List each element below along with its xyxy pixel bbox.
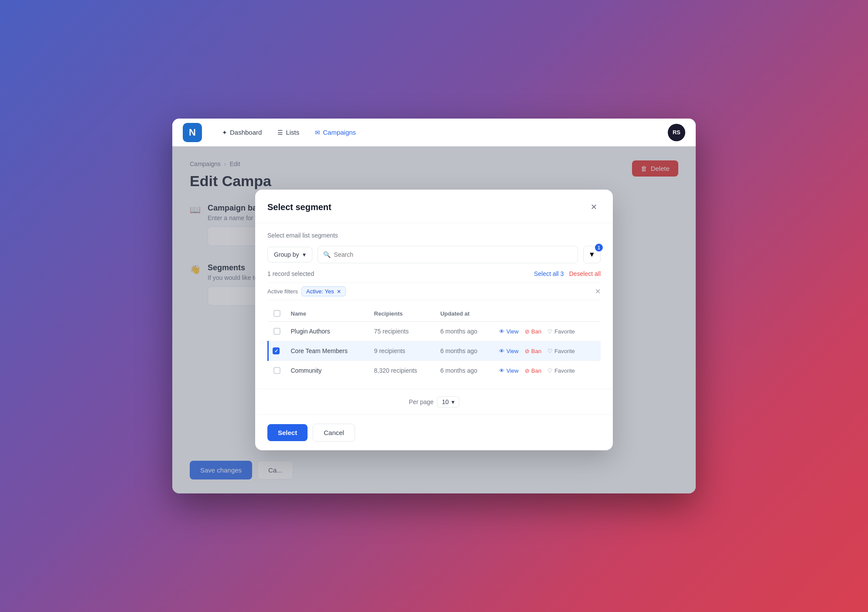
search-input[interactable]	[334, 251, 572, 258]
nav-campaigns[interactable]: ✉ Campaigns	[309, 125, 362, 139]
filter-icon: ▼	[588, 251, 595, 258]
row-checkbox[interactable]	[273, 347, 280, 354]
eye-icon: 👁	[499, 348, 505, 354]
row-view-action[interactable]: 👁 View	[499, 328, 519, 335]
row-ban-action[interactable]: ⊘ Ban	[525, 348, 541, 354]
modal-toolbar: Group by ▾ 🔍 ▼ 1	[267, 246, 601, 263]
th-actions	[494, 306, 601, 322]
row-ban-action[interactable]: ⊘ Ban	[525, 328, 541, 335]
eye-icon: 👁	[499, 367, 505, 374]
selection-count: 1 record selected	[267, 270, 314, 277]
modal-actions: Select Cancel	[255, 415, 613, 450]
modal: Select segment ✕ Select email list segme…	[255, 190, 613, 450]
row-name: Community	[286, 361, 369, 381]
ban-icon: ⊘	[525, 328, 530, 335]
modal-overlay: Select segment ✕ Select email list segme…	[172, 146, 696, 493]
per-page-label: Per page	[409, 398, 434, 405]
clear-filters-button[interactable]: ✕	[595, 287, 601, 296]
select-button[interactable]: Select	[267, 424, 308, 441]
modal-header: Select segment ✕	[255, 190, 613, 223]
table-header-row: Name Recipients Updated at	[268, 306, 601, 322]
deselect-all-link[interactable]: Deselect all	[569, 270, 601, 277]
ban-icon: ⊘	[525, 367, 530, 374]
filter-button[interactable]: ▼ 1	[583, 246, 601, 263]
row-name: Plugin Authors	[286, 322, 369, 341]
main-content: Campaigns › Edit Edit Campa 🗑 Delete 📖 C…	[172, 146, 696, 493]
nav-dashboard[interactable]: ✦ Dashboard	[216, 125, 268, 139]
selection-bar: 1 record selected Select all 3 Deselect …	[267, 270, 601, 277]
row-view-action[interactable]: 👁 View	[499, 367, 519, 374]
selection-actions: Select all 3 Deselect all	[534, 270, 601, 277]
th-recipients: Recipients	[369, 306, 435, 322]
filter-badge: 1	[595, 244, 603, 252]
row-ban-action[interactable]: ⊘ Ban	[525, 367, 541, 374]
th-checkbox	[268, 306, 286, 322]
chevron-down-icon: ▾	[303, 251, 306, 258]
dashboard-icon: ✦	[222, 129, 227, 136]
select-all-link[interactable]: Select all 3	[534, 270, 564, 277]
row-updated-at: 6 months ago	[435, 341, 494, 361]
row-actions: 👁 View ⊘ Ban ♡ Favorite	[499, 348, 595, 354]
row-name: Core Team Members	[286, 341, 369, 361]
modal-body: Select email list segments Group by ▾ 🔍	[255, 223, 613, 389]
per-page-select[interactable]: 10 ▾	[437, 396, 459, 408]
filter-tag-close[interactable]: ✕	[337, 289, 341, 295]
table-row: Core Team Members9 recipients6 months ag…	[268, 341, 601, 361]
group-by-button[interactable]: Group by ▾	[267, 247, 312, 262]
filter-tag-text: Active: Yes	[306, 288, 334, 295]
active-filters-label: Active filters	[267, 288, 298, 295]
nav-links: ✦ Dashboard ☰ Lists ✉ Campaigns	[216, 125, 654, 139]
table-row: Plugin Authors75 recipients6 months ago …	[268, 322, 601, 341]
search-box[interactable]: 🔍	[318, 246, 578, 263]
nav-lists[interactable]: ☰ Lists	[271, 125, 305, 139]
row-actions: 👁 View ⊘ Ban ♡ Favorite	[499, 328, 595, 335]
app-window: N ✦ Dashboard ☰ Lists ✉ Campaigns RS Cam…	[172, 119, 696, 493]
row-favorite-action[interactable]: ♡ Favorite	[547, 348, 575, 354]
heart-icon: ♡	[547, 328, 553, 335]
active-filters-row: Active filters Active: Yes ✕ ✕	[267, 282, 601, 300]
th-updated-at: Updated at	[435, 306, 494, 322]
per-page-control: Per page 10 ▾	[409, 396, 459, 408]
row-actions: 👁 View ⊘ Ban ♡ Favorite	[499, 367, 595, 374]
table-row: Community8,320 recipients6 months ago 👁 …	[268, 361, 601, 381]
filter-tag-active: Active: Yes ✕	[301, 286, 346, 296]
lists-icon: ☰	[277, 129, 283, 136]
row-checkbox[interactable]	[273, 328, 280, 335]
modal-title: Select segment	[267, 202, 331, 212]
ban-icon: ⊘	[525, 348, 530, 354]
row-checkbox[interactable]	[273, 367, 280, 374]
row-updated-at: 6 months ago	[435, 361, 494, 381]
segment-table: Name Recipients Updated at Plugin Author…	[267, 306, 601, 380]
chevron-down-icon: ▾	[451, 398, 455, 405]
app-logo[interactable]: N	[183, 123, 202, 142]
campaigns-icon: ✉	[315, 129, 320, 136]
top-nav: N ✦ Dashboard ☰ Lists ✉ Campaigns RS	[172, 119, 696, 146]
row-updated-at: 6 months ago	[435, 322, 494, 341]
search-icon: 🔍	[323, 251, 331, 258]
cancel-button[interactable]: Cancel	[313, 424, 355, 442]
row-favorite-action[interactable]: ♡ Favorite	[547, 328, 575, 335]
modal-subtitle: Select email list segments	[267, 232, 601, 239]
row-recipients: 8,320 recipients	[369, 361, 435, 381]
row-view-action[interactable]: 👁 View	[499, 348, 519, 354]
row-favorite-action[interactable]: ♡ Favorite	[547, 367, 575, 374]
modal-footer: Per page 10 ▾	[255, 389, 613, 415]
th-name: Name	[286, 306, 369, 322]
eye-icon: 👁	[499, 328, 505, 335]
select-all-checkbox[interactable]	[273, 310, 280, 317]
heart-icon: ♡	[547, 348, 553, 354]
row-recipients: 75 recipients	[369, 322, 435, 341]
avatar[interactable]: RS	[668, 124, 685, 141]
heart-icon: ♡	[547, 367, 553, 374]
per-page-value: 10	[442, 398, 449, 405]
modal-close-button[interactable]: ✕	[587, 200, 601, 214]
row-recipients: 9 recipients	[369, 341, 435, 361]
